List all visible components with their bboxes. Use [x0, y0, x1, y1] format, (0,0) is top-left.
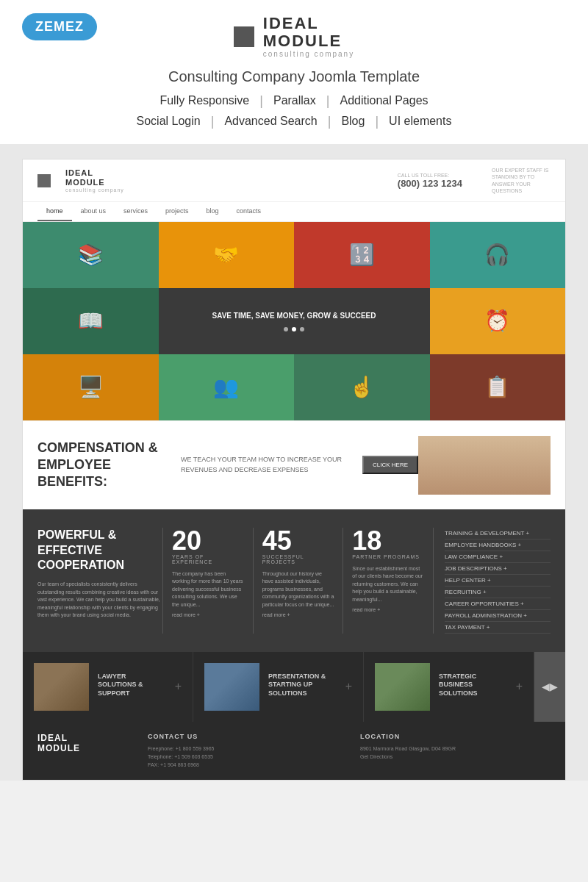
- stats-link-6[interactable]: CAREER OPPORTUNITIES +: [445, 598, 551, 610]
- dot-2: [300, 327, 304, 331]
- stats-link-8[interactable]: TAX PAYMENT +: [445, 622, 551, 634]
- service-title-2: STRATEGIC BUSINESS SOLUTIONS: [439, 673, 507, 698]
- tile-10[interactable]: 📋: [430, 354, 566, 420]
- service-title-1: PRESENTATION & STARTING UP SOLUTIONS: [268, 673, 337, 698]
- stats-link-1[interactable]: EMPLOYEE HANDBOOKS +: [445, 539, 551, 551]
- stats-link-0[interactable]: TRAINING & DEVELOPMENT +: [445, 528, 551, 539]
- stats-col-1: 45 SUCCESSFUL PROJECTS Throughout our hi…: [253, 528, 343, 634]
- tile-7[interactable]: 🖥️: [23, 354, 159, 420]
- tile-icon-4: 📖: [78, 309, 104, 333]
- service-plus-1[interactable]: +: [345, 680, 352, 693]
- services-section: LAWYER SOLUTIONS & SUPPORT + PRESENTATIO…: [23, 652, 565, 722]
- footer-phone2: Telephone: +1 509 603 6535: [148, 753, 338, 761]
- footer-location-col: LOCATION 8901 Marmora Road Glasgow, D04 …: [360, 733, 551, 770]
- footer-location-title: LOCATION: [360, 733, 551, 740]
- feature-blog: Blog: [331, 113, 375, 129]
- mini-header: IDEAL MODULE consulting company CALL US …: [23, 159, 565, 201]
- service-card-2[interactable]: STRATEGIC BUSINESS SOLUTIONS +: [364, 652, 534, 722]
- tile-1[interactable]: 🤝: [159, 222, 295, 288]
- header: ZEMEZ IDEAL MODULE consulting company Co…: [0, 0, 588, 144]
- service-card-1[interactable]: PRESENTATION & STARTING UP SOLUTIONS +: [193, 652, 364, 722]
- mini-nav-contacts[interactable]: contacts: [228, 202, 270, 221]
- brand-area: IDEAL MODULE consulting company: [234, 15, 354, 58]
- brand-text: IDEAL MODULE consulting company: [263, 15, 354, 58]
- brand-square-icon: [234, 26, 254, 47]
- mini-brand-sub: consulting company: [65, 187, 124, 193]
- mini-phone: (800) 123 1234: [398, 178, 462, 189]
- comp-title: COMPENSATION & EMPLOYEE BENEFITS:: [37, 440, 170, 491]
- stats-col-0: 20 YEARS OF EXPERIENCE The company has b…: [162, 528, 253, 634]
- footer-fax: FAX: +1 904 863 6968: [148, 761, 338, 769]
- mini-nav-home[interactable]: home: [37, 202, 72, 221]
- mini-nav-services[interactable]: services: [115, 202, 157, 221]
- feature-fully-responsive: Fully Responsive: [149, 93, 259, 109]
- feature-parallax: Parallax: [263, 93, 326, 109]
- phone-label: CALL US TOLL FREE:: [398, 173, 462, 178]
- brand-name: IDEAL MODULE: [263, 15, 354, 50]
- tile-6[interactable]: ⏰: [430, 288, 566, 354]
- mini-nav-about[interactable]: about us: [72, 202, 115, 221]
- read-more-2[interactable]: read more +: [352, 607, 424, 612]
- preview-frame: IDEAL MODULE consulting company CALL US …: [22, 159, 566, 781]
- stats-main-title: POWERFUL & EFFECTIVE COOPERATION: [37, 528, 162, 573]
- tile-slide[interactable]: SAVE TIME, SAVE MONEY, GROW & SUCCEED: [159, 288, 430, 354]
- tile-icon-7: 🖥️: [78, 375, 104, 399]
- tile-9[interactable]: ☝️: [294, 354, 430, 420]
- service-content-0: LAWYER SOLUTIONS & SUPPORT: [98, 673, 166, 701]
- tile-icon-1: 🤝: [213, 243, 239, 267]
- footer-contact-title: CONTACT US: [148, 733, 338, 740]
- mini-phone-area: CALL US TOLL FREE: (800) 123 1234: [398, 173, 462, 189]
- tile-icon-9: ☝️: [349, 375, 375, 399]
- mini-nav-projects[interactable]: projects: [157, 202, 198, 221]
- footer-address: 8901 Marmora Road Glasgow, D04 89GR: [360, 745, 551, 753]
- mini-brand-icon: [37, 174, 51, 187]
- tile-0[interactable]: 📚: [23, 222, 159, 288]
- read-more-0[interactable]: read more +: [172, 612, 244, 617]
- tile-icon-0: 📚: [78, 243, 104, 267]
- stats-link-5[interactable]: RECRUITING +: [445, 587, 551, 598]
- tile-8[interactable]: 👥: [159, 354, 295, 420]
- service-card-0[interactable]: LAWYER SOLUTIONS & SUPPORT +: [23, 652, 193, 722]
- mini-nav: home about us services projects blog con…: [23, 202, 565, 222]
- mini-nav-blog[interactable]: blog: [198, 202, 228, 221]
- stats-main-desc: Our team of specialists consistently del…: [37, 581, 162, 620]
- stat-label-0: YEARS OF EXPERIENCE: [172, 554, 244, 564]
- stat-num-1: 45: [262, 528, 334, 554]
- tile-3[interactable]: 🎧: [430, 222, 566, 288]
- features-row-2: Social Login | Advanced Search | Blog | …: [0, 113, 588, 129]
- footer-brand-name: IDEAL MODULE: [37, 733, 126, 753]
- zemez-logo[interactable]: ZEMEZ: [22, 13, 97, 40]
- tile-4[interactable]: 📖: [23, 288, 159, 354]
- feature-social-login: Social Login: [126, 113, 211, 129]
- footer-contact-col: CONTACT US Freephone: +1 800 559 3965 Te…: [148, 733, 338, 770]
- service-plus-0[interactable]: +: [175, 680, 182, 693]
- tile-icon-6: ⏰: [484, 309, 510, 333]
- read-more-1[interactable]: read more +: [262, 612, 334, 617]
- stat-num-2: 18: [352, 528, 424, 554]
- tile-2[interactable]: 🔢: [294, 222, 430, 288]
- footer-brand: IDEAL MODULE: [37, 733, 126, 770]
- services-nav-arrow[interactable]: ◀▶: [534, 652, 565, 722]
- tiles-grid: 📚 🤝 🔢 🎧 📖 SAVE TIME, SAVE MONEY, GRO: [23, 222, 565, 420]
- stat-label-1: SUCCESSFUL PROJECTS: [262, 554, 334, 564]
- stats-col-2: 18 PARTNER PROGRAMS Since our establishm…: [343, 528, 433, 634]
- stats-link-4[interactable]: HELP CENTER +: [445, 575, 551, 587]
- dot-1: [292, 327, 296, 331]
- service-title-0: LAWYER SOLUTIONS & SUPPORT: [98, 673, 166, 698]
- footer-directions[interactable]: Get Directions: [360, 753, 551, 761]
- stat-label-2: PARTNER PROGRAMS: [352, 554, 424, 559]
- service-content-2: STRATEGIC BUSINESS SOLUTIONS: [439, 673, 507, 701]
- compensation-section: COMPENSATION & EMPLOYEE BENEFITS: WE TEA…: [23, 420, 565, 509]
- stats-link-3[interactable]: JOB DESCRIPTIONS +: [445, 563, 551, 575]
- brand-subtitle: consulting company: [263, 50, 354, 58]
- mini-staff-text: OUR EXPERT STAFF IS STANDING BY TO ANSWE…: [492, 167, 551, 193]
- comp-button[interactable]: CLICK HERE: [362, 456, 418, 474]
- mini-brand-text: IDEAL MODULE consulting company: [65, 168, 124, 193]
- service-plus-2[interactable]: +: [516, 680, 523, 693]
- page-title: Consulting Company Joomla Template: [0, 68, 588, 85]
- stats-link-2[interactable]: LAW COMPLIANCE +: [445, 551, 551, 563]
- comp-people-image: [418, 436, 551, 495]
- slide-text: SAVE TIME, SAVE MONEY, GROW & SUCCEED: [207, 311, 382, 321]
- stats-link-7[interactable]: PAYROLL ADMINISTRATION +: [445, 610, 551, 622]
- mini-footer: IDEAL MODULE CONTACT US Freephone: +1 80…: [23, 722, 565, 781]
